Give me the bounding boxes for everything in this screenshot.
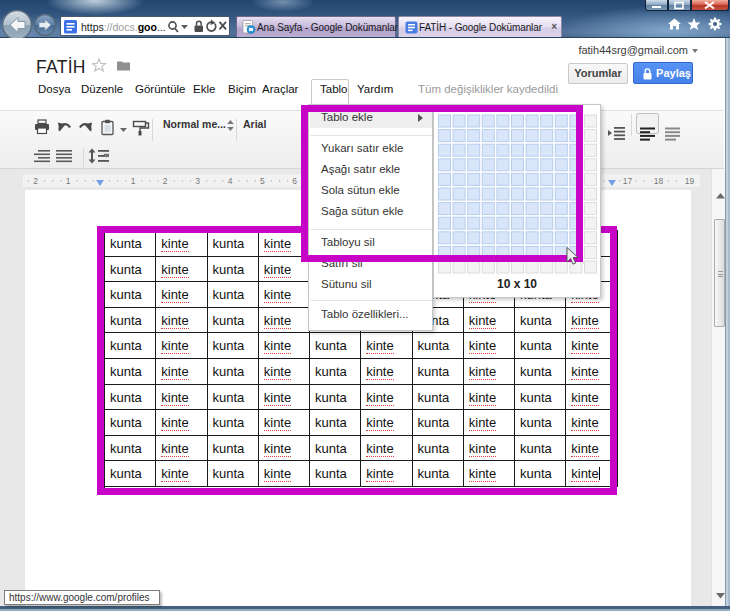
svg-text:6: 6 (292, 176, 297, 186)
svg-text:19: 19 (685, 176, 695, 186)
svg-text:1: 1 (131, 176, 136, 186)
svg-text:3: 3 (195, 176, 200, 186)
svg-text:2: 2 (163, 176, 168, 186)
svg-text:18: 18 (654, 176, 664, 186)
svg-text:1: 1 (66, 176, 71, 186)
svg-text:4: 4 (228, 176, 233, 186)
svg-text:5: 5 (260, 176, 265, 186)
svg-text:2: 2 (33, 176, 38, 186)
svg-text:17: 17 (623, 176, 633, 186)
